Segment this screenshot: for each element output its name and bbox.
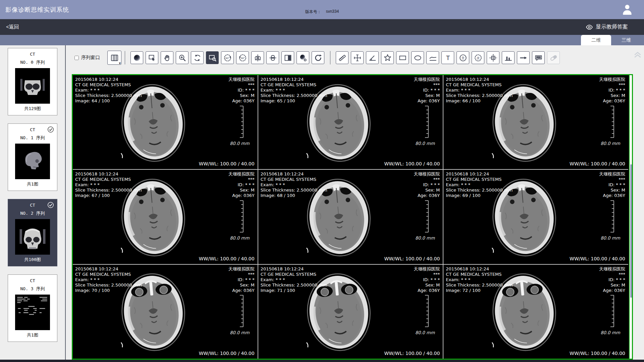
annotate-comment-icon [534, 53, 543, 62]
version-info: 版本号： svn334 [305, 9, 339, 15]
cell-image-number: Image: 70 / 100 [75, 288, 142, 293]
viewer-cell-0[interactable]: 20150618 10:12:24 CT GE MEDICAL SYSTEMS … [73, 75, 258, 169]
series-card-3[interactable]: CT NO. 3 序列 共1图 [8, 274, 57, 342]
rotate-90-ccw-icon: 90° [223, 53, 232, 62]
cell-exam: Exam: * * * [446, 182, 513, 188]
tool-flip-horizontal-button[interactable] [251, 51, 264, 64]
tool-measure-angle-button[interactable] [366, 51, 379, 64]
scale-label: 80.0 mm [415, 330, 435, 335]
tool-rect-select-button[interactable] [146, 51, 158, 64]
tool-buttons: ▾ 90° 90° T 主 次 [107, 51, 562, 65]
wwwl-label: WW/WL: 100.00 / 40.00 [570, 351, 625, 356]
cell-exam: Exam: * * * [75, 277, 142, 282]
viewer-cell-7[interactable]: 20150618 10:12:24 CT GE MEDICAL SYSTEMS … [258, 265, 443, 359]
tab-2d[interactable]: 二维 [581, 35, 611, 45]
tool-rotate-free-button[interactable] [191, 51, 204, 64]
viewer-scrollbar[interactable] [629, 75, 632, 359]
cell-image-number: Image: 66 / 100 [446, 98, 513, 104]
scale-label: 80.0 mm [415, 141, 435, 146]
tool-marker-center-button[interactable] [487, 51, 499, 64]
tool-eraser-button[interactable] [547, 51, 560, 64]
tool-zoom-region-button[interactable] [206, 51, 219, 64]
series-window-checkbox[interactable] [74, 56, 79, 60]
rotate-90-cw-icon: 90° [238, 53, 247, 62]
invert-gray-icon [283, 53, 292, 62]
tool-reset-button[interactable] [312, 51, 324, 64]
top-bar: 影像诊断思维实训系统 版本号： svn334 [0, 0, 644, 19]
series-thumbnail [15, 295, 50, 330]
tool-flip-vertical-button[interactable] [266, 51, 279, 64]
roi-star-icon [383, 53, 392, 62]
tool-annotate-text-button[interactable]: T [441, 51, 454, 64]
cell-exam: Exam: * * * [75, 182, 142, 188]
show-teacher-answer-button[interactable]: 显示教师答案 [586, 23, 628, 31]
viewer-cell-1[interactable]: 20150618 10:12:24 CT GE MEDICAL SYSTEMS … [258, 75, 443, 169]
cell-vendor: CT GE MEDICAL SYSTEMS [446, 177, 513, 182]
tool-zoom-in-button[interactable] [176, 51, 189, 64]
tool-annotate-arrow-button[interactable] [517, 51, 530, 64]
cell-datetime: 20150618 10:12:24 [75, 266, 142, 272]
cell-slice-thickness: Slice Thickness: 2.500000 mm [261, 188, 327, 193]
dimension-tabs: 二维 三维 [0, 35, 644, 45]
scale-ruler-icon [609, 295, 615, 327]
cell-info-topleft: 20150618 10:12:24 CT GE MEDICAL SYSTEMS … [75, 171, 142, 198]
cell-hospital: 天堰模拟医院 [599, 171, 625, 177]
tool-pan-hand-button[interactable] [161, 51, 173, 64]
cell-exam: Exam: * * * [446, 277, 513, 282]
back-button[interactable]: <返回 [0, 24, 19, 30]
cell-info-topright: 天堰模拟医院 *** ID: * * * Sex: M Age: 036Y [414, 266, 440, 293]
nav-bar: <返回 显示教师答案 [0, 19, 644, 35]
show-teacher-answer-label: 显示教师答案 [596, 23, 628, 31]
tool-roi-curve-button[interactable] [426, 51, 439, 64]
scale-ruler-icon [423, 105, 430, 138]
collapse-toolbar-button[interactable] [632, 49, 643, 59]
viewer-scrollbar-thumb[interactable] [630, 164, 632, 298]
tool-layout-grid-button[interactable]: ▾ [107, 51, 121, 65]
tool-invert-gray-button[interactable] [281, 51, 294, 64]
tool-marker-primary-button[interactable]: 主 [457, 51, 469, 64]
series-count: 共1图 [8, 181, 57, 187]
tool-measure-cross-button[interactable] [351, 51, 364, 64]
viewer-cell-2[interactable]: 20150618 10:12:24 CT GE MEDICAL SYSTEMS … [443, 75, 628, 169]
series-card-1[interactable]: CT NO. 1 序列 共1图 [8, 123, 57, 191]
cell-slice-thickness: Slice Thickness: 2.500000 mm [446, 93, 513, 98]
window-preset-icon [299, 53, 308, 62]
tool-rotate-90-ccw-button[interactable]: 90° [221, 51, 234, 64]
layout-grid-icon [110, 53, 119, 62]
series-card-0[interactable]: CT NO. 0 序列 共129图 [8, 48, 57, 115]
cell-age: Age: 036Y [414, 98, 440, 104]
viewer-cell-4[interactable]: 20150618 10:12:24 CT GE MEDICAL SYSTEMS … [258, 170, 443, 264]
viewer-cell-3[interactable]: 20150618 10:12:24 CT GE MEDICAL SYSTEMS … [73, 170, 258, 264]
series-count: 共1图 [8, 332, 57, 338]
cell-datetime: 20150618 10:12:24 [446, 77, 513, 82]
tool-measure-line-button[interactable] [336, 51, 348, 64]
viewer-cell-6[interactable]: 20150618 10:12:24 CT GE MEDICAL SYSTEMS … [73, 265, 258, 359]
viewer-cell-5[interactable]: 20150618 10:12:24 CT GE MEDICAL SYSTEMS … [443, 170, 628, 264]
tool-rotate-90-cw-button[interactable]: 90° [236, 51, 249, 64]
series-card-2[interactable]: CT NO. 2 序列 共100图 [8, 199, 57, 266]
tool-roi-ellipse-button[interactable] [411, 51, 424, 64]
cell-datetime: 20150618 10:12:24 [446, 266, 513, 272]
series-window-toggle[interactable]: 序列窗口 [74, 55, 100, 61]
cell-datetime: 20150618 10:12:24 [261, 266, 327, 272]
tool-roi-rect-button[interactable] [396, 51, 409, 64]
cell-patient-id: ID: * * * [414, 182, 440, 188]
user-avatar-button[interactable] [621, 3, 634, 16]
cell-stars: *** [228, 177, 255, 182]
roi-rect-icon [398, 53, 407, 62]
cell-slice-thickness: Slice Thickness: 2.500000 mm [261, 93, 327, 98]
viewer-cell-8[interactable]: 20150618 10:12:24 CT GE MEDICAL SYSTEMS … [443, 265, 628, 359]
cell-stars: *** [414, 177, 440, 182]
cell-slice-thickness: Slice Thickness: 2.500000 mm [446, 282, 513, 288]
tool-profile-curve-button[interactable] [502, 51, 515, 64]
cell-exam: Exam: * * * [261, 88, 327, 93]
scale-label: 80.0 mm [230, 141, 249, 146]
tool-window-level-sphere-button[interactable] [130, 51, 143, 64]
tool-window-preset-button[interactable] [297, 51, 309, 64]
tool-roi-star-button[interactable] [381, 51, 394, 64]
cell-age: Age: 036Y [599, 288, 625, 293]
cell-slice-thickness: Slice Thickness: 2.500000 mm [75, 93, 142, 98]
tab-3d[interactable]: 三维 [611, 35, 641, 45]
tool-marker-secondary-button[interactable]: 次 [472, 51, 484, 64]
tool-annotate-comment-button[interactable] [532, 51, 545, 64]
